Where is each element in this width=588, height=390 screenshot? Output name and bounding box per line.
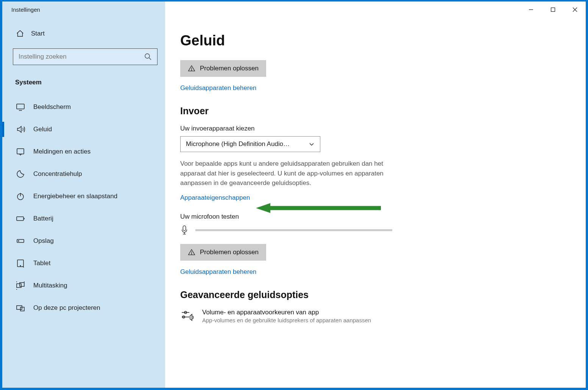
- app-volume-preferences-link[interactable]: Volume- en apparaatvoorkeuren van app Ap…: [180, 309, 563, 323]
- input-section-title: Invoer: [180, 106, 563, 117]
- storage-icon: [16, 236, 25, 245]
- manage-input-devices-link[interactable]: Geluidsapparaten beheren: [180, 268, 563, 276]
- minimize-button[interactable]: [520, 2, 542, 17]
- svg-rect-6: [17, 104, 24, 109]
- sidebar-item-label: Beeldscherm: [33, 103, 71, 111]
- sidebar-item-power[interactable]: Energiebeheer en slaapstand: [13, 186, 158, 207]
- svg-point-14: [18, 241, 19, 241]
- svg-point-30: [191, 253, 192, 254]
- close-button[interactable]: [564, 2, 586, 17]
- svg-point-25: [191, 70, 192, 70]
- svg-point-4: [145, 54, 150, 58]
- sound-icon: [16, 125, 25, 134]
- svg-line-5: [149, 58, 151, 60]
- input-device-select[interactable]: Microphone (High Definition Audio…: [180, 136, 320, 152]
- sidebar-item-label: Opslag: [33, 237, 54, 245]
- sidebar-item-notifications[interactable]: Meldingen en acties: [13, 141, 158, 162]
- svg-rect-17: [17, 284, 21, 287]
- settings-window: Instellingen Start: [0, 0, 588, 390]
- svg-rect-23: [20, 307, 24, 311]
- advanced-item-desc: App-volumes en de gebruikte luidsprekers…: [202, 317, 371, 323]
- search-icon: [144, 53, 152, 61]
- choose-input-label: Uw invoerapparaat kiezen: [180, 125, 563, 132]
- tablet-icon: [16, 259, 25, 268]
- mic-test-label: Uw microfoon testen: [180, 213, 563, 221]
- home-button[interactable]: Start: [13, 26, 158, 42]
- sidebar-item-label: Tablet: [33, 259, 50, 267]
- focus-icon: [16, 169, 25, 179]
- microphone-icon: [180, 225, 189, 236]
- svg-rect-8: [17, 149, 24, 154]
- sidebar-item-label: Multitasking: [33, 282, 67, 289]
- advanced-item-title: Volume- en apparaatvoorkeuren van app: [202, 309, 371, 316]
- sidebar-item-project[interactable]: Op deze pc projecteren: [13, 297, 158, 319]
- display-icon: [16, 103, 25, 112]
- search-input[interactable]: [19, 53, 144, 61]
- power-icon: [16, 192, 25, 201]
- svg-rect-1: [551, 8, 555, 11]
- troubleshoot-input-button[interactable]: Problemen oplossen: [180, 244, 266, 261]
- sidebar-item-battery[interactable]: Batterij: [13, 208, 158, 229]
- window-title: Instellingen: [2, 6, 40, 13]
- home-icon: [16, 30, 24, 38]
- sidebar-category: Systeem: [13, 76, 158, 95]
- button-label: Problemen oplossen: [200, 249, 259, 256]
- mic-level-bar: [195, 229, 392, 231]
- multitasking-icon: [16, 281, 25, 290]
- svg-point-16: [20, 266, 21, 266]
- titlebar: Instellingen: [2, 2, 586, 17]
- sidebar-item-display[interactable]: Beeldscherm: [13, 96, 158, 118]
- chevron-down-icon: [309, 141, 315, 147]
- sidebar-item-label: Geluid: [33, 126, 52, 133]
- battery-icon: [16, 214, 25, 223]
- input-helper-text: Voor bepaalde apps kunt u andere geluids…: [180, 159, 407, 188]
- sidebar-item-label: Energiebeheer en slaapstand: [33, 193, 117, 200]
- warning-icon: [188, 249, 195, 256]
- sidebar-item-focus[interactable]: Concentratiehulp: [13, 163, 158, 185]
- maximize-button[interactable]: [542, 2, 564, 17]
- sidebar-item-label: Op deze pc projecteren: [33, 304, 100, 312]
- window-controls: [520, 2, 586, 17]
- sidebar-item-label: Batterij: [33, 215, 53, 222]
- page-title: Geluid: [180, 33, 563, 49]
- svg-rect-11: [17, 217, 23, 221]
- troubleshoot-output-button[interactable]: Problemen oplossen: [180, 60, 266, 77]
- sliders-icon: [180, 309, 194, 322]
- mic-test-row: [180, 225, 563, 236]
- search-box[interactable]: [13, 48, 158, 65]
- sidebar-item-tablet[interactable]: Tablet: [13, 253, 158, 274]
- button-label: Problemen oplossen: [200, 65, 259, 72]
- project-icon: [16, 303, 25, 312]
- notifications-icon: [16, 147, 25, 156]
- select-value: Microphone (High Definition Audio…: [186, 140, 290, 148]
- svg-rect-18: [20, 283, 24, 286]
- device-properties-link[interactable]: Apparaateigenschappen: [180, 194, 250, 202]
- home-label: Start: [31, 30, 45, 37]
- sidebar-item-label: Concentratiehulp: [33, 170, 82, 178]
- sidebar-item-storage[interactable]: Opslag: [13, 230, 158, 252]
- warning-icon: [188, 65, 195, 72]
- svg-rect-26: [183, 225, 186, 230]
- sidebar-item-sound[interactable]: Geluid: [13, 119, 158, 140]
- sidebar-item-multitasking[interactable]: Multitasking: [13, 275, 158, 296]
- manage-output-devices-link[interactable]: Geluidsapparaten beheren: [180, 84, 563, 92]
- advanced-section-title: Geavanceerde geluidsopties: [180, 289, 563, 300]
- sidebar: Start Systeem Beeldscherm Geluid: [2, 17, 165, 388]
- content-area: Geluid Problemen oplossen Geluidsapparat…: [165, 17, 586, 388]
- svg-rect-22: [17, 306, 22, 309]
- sidebar-item-label: Meldingen en acties: [33, 148, 90, 155]
